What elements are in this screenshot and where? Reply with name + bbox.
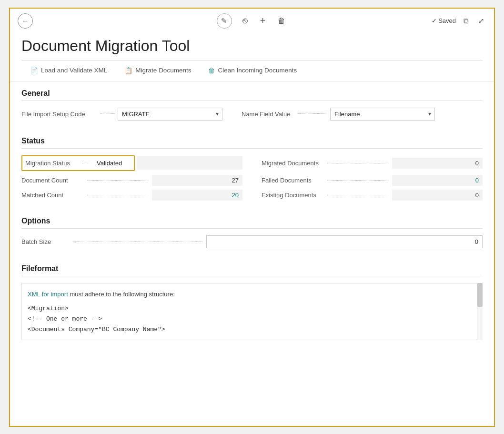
name-field-section: Name Field Value Filename Title Custom xyxy=(242,108,435,121)
migrated-docs-row: Migrated Documents 0 xyxy=(262,155,483,171)
xml-line-2: <!-- One or more --> xyxy=(28,314,473,324)
add-button[interactable]: + xyxy=(258,13,268,28)
batch-size-row: Batch Size xyxy=(21,235,483,248)
name-field-dots xyxy=(298,113,326,114)
share-button[interactable]: ⎋ xyxy=(241,14,250,28)
existing-docs-label: Existing Documents xyxy=(262,192,323,199)
migrated-docs-dots xyxy=(327,163,388,163)
status-section: Status Migration Status Validated Migrat… xyxy=(10,129,494,204)
file-import-select-wrapper: MIGRATE IMPORT DEFAULT xyxy=(118,108,222,121)
fileformat-section: Fileformat XML for import must adhere to… xyxy=(10,257,494,344)
tab-bar: 📄 Load and Validate XML 📋 Migrate Docume… xyxy=(10,61,494,81)
existing-docs-dots xyxy=(327,195,388,195)
toolbar-left: ← xyxy=(18,13,33,29)
saved-status: ✓ Saved xyxy=(432,17,456,24)
file-import-dots xyxy=(101,113,115,114)
delete-button[interactable]: 🗑 xyxy=(276,15,287,27)
edit-button[interactable]: ✎ xyxy=(217,13,232,29)
status-section-title: Status xyxy=(21,137,483,149)
file-import-select[interactable]: MIGRATE IMPORT DEFAULT xyxy=(118,108,222,121)
fileformat-intro: XML for import must adhere to the follow… xyxy=(28,289,473,300)
existing-docs-row: Existing Documents 0 xyxy=(262,190,483,201)
check-icon: ✓ xyxy=(432,17,437,24)
back-icon: ← xyxy=(22,17,29,25)
matched-count-row: Matched Count 20 xyxy=(21,190,242,201)
failed-docs-row: Failed Documents 0 xyxy=(262,175,483,186)
options-section-title: Options xyxy=(21,217,483,229)
name-field-label: Name Field Value xyxy=(242,111,294,118)
batch-size-dots xyxy=(73,242,202,242)
tab-clean-icon: 🗑 xyxy=(208,67,215,74)
migration-status-row: Migration Status Validated xyxy=(21,155,242,171)
file-import-label: File Import Setup Code xyxy=(21,111,98,118)
tab-migrate-docs[interactable]: 📋 Migrate Documents xyxy=(116,61,200,81)
back-button[interactable]: ← xyxy=(18,13,33,29)
migrated-docs-value: 0 xyxy=(392,158,483,169)
general-section-title: General xyxy=(21,89,483,101)
migration-status-highlight: Migration Status Validated xyxy=(21,155,135,171)
tab-clean-label: Clean Incoming Documents xyxy=(218,67,297,74)
migration-status-dots xyxy=(82,163,88,163)
tab-load-validate[interactable]: 📄 Load and Validate XML xyxy=(21,61,116,81)
migration-status-empty-bar xyxy=(137,156,242,170)
fileformat-section-title: Fileformat xyxy=(21,264,483,276)
fileformat-scrollbar[interactable] xyxy=(477,283,483,340)
toolbar-center: ✎ ⎋ + 🗑 xyxy=(217,13,288,29)
failed-docs-label: Failed Documents xyxy=(262,177,323,184)
xml-text2: must adhere to the following structure: xyxy=(68,291,175,298)
external-link-button[interactable]: ⧉ xyxy=(462,15,471,27)
xml-line-1: <Migration> xyxy=(28,303,473,314)
options-section: Options Batch Size xyxy=(10,209,494,252)
migration-status-value: Validated xyxy=(93,158,131,169)
name-field-select-wrapper: Filename Title Custom xyxy=(330,108,435,121)
migrated-docs-label: Migrated Documents xyxy=(262,160,323,167)
matched-count-dots xyxy=(87,195,148,195)
toolbar: ← ✎ ⎋ + 🗑 ✓ Saved ⧉ ⤢ xyxy=(10,9,494,33)
general-section: General File Import Setup Code MIGRATE I… xyxy=(10,81,494,129)
xml-line-3: <Documents Company="BC Company Name"> xyxy=(28,324,473,335)
tab-clean-docs[interactable]: 🗑 Clean Incoming Documents xyxy=(200,61,305,81)
migration-status-label: Migration Status xyxy=(25,160,78,167)
batch-size-label: Batch Size xyxy=(21,238,69,245)
failed-docs-value: 0 xyxy=(392,175,483,186)
matched-count-value: 20 xyxy=(152,190,242,201)
status-grid: Migration Status Validated Migrated Docu… xyxy=(21,155,483,201)
edit-icon: ✎ xyxy=(221,17,227,25)
xml-text: XML for import xyxy=(28,291,68,298)
document-count-label: Document Count xyxy=(21,177,83,184)
expand-button[interactable]: ⤢ xyxy=(476,15,486,27)
matched-count-label: Matched Count xyxy=(21,192,83,199)
document-count-value: 27 xyxy=(152,175,242,186)
saved-label: Saved xyxy=(438,17,456,24)
name-field-select[interactable]: Filename Title Custom xyxy=(330,108,435,121)
toolbar-right: ✓ Saved ⧉ ⤢ xyxy=(432,15,486,27)
tab-load-label: Load and Validate XML xyxy=(41,67,107,74)
fileformat-area[interactable]: XML for import must adhere to the follow… xyxy=(21,283,483,340)
app-container: ← ✎ ⎋ + 🗑 ✓ Saved ⧉ ⤢ Document Migration… xyxy=(9,8,495,427)
tab-load-icon: 📄 xyxy=(30,67,38,74)
existing-docs-value: 0 xyxy=(392,190,483,201)
tab-migrate-icon: 📋 xyxy=(124,67,132,74)
batch-size-input[interactable] xyxy=(206,235,483,248)
tab-migrate-label: Migrate Documents xyxy=(135,67,191,74)
page-title: Document Migration Tool xyxy=(10,33,494,61)
fileformat-scrollbar-thumb xyxy=(477,283,483,307)
failed-docs-dots xyxy=(327,180,388,181)
file-import-row: File Import Setup Code MIGRATE IMPORT DE… xyxy=(21,108,483,121)
document-count-dots xyxy=(87,180,148,181)
document-count-row: Document Count 27 xyxy=(21,175,242,186)
fileformat-content-wrapper: XML for import must adhere to the follow… xyxy=(21,283,483,340)
